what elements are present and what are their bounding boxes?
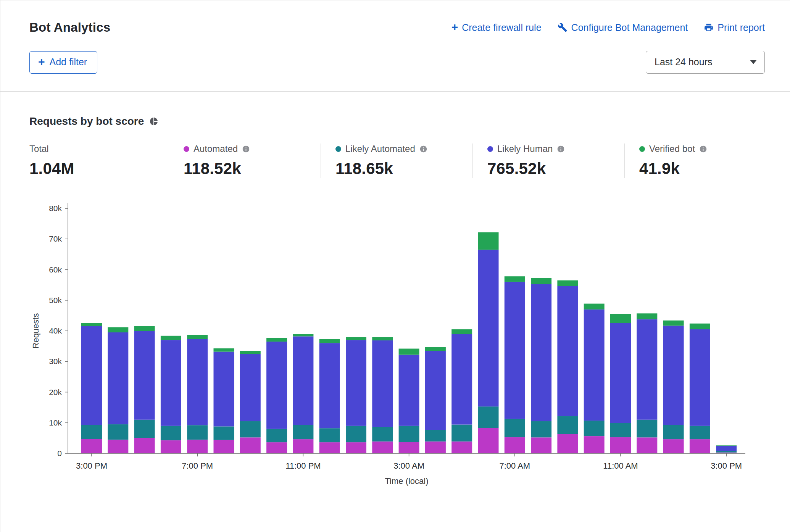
create-firewall-rule-link[interactable]: + Create firewall rule bbox=[451, 22, 542, 33]
bar-segment[interactable] bbox=[425, 442, 446, 453]
bar-segment[interactable] bbox=[161, 426, 181, 440]
bar-segment[interactable] bbox=[663, 321, 684, 326]
bar-segment[interactable] bbox=[451, 334, 472, 425]
bar-segment[interactable] bbox=[214, 352, 234, 427]
bar-segment[interactable] bbox=[108, 327, 128, 332]
bar-segment[interactable] bbox=[690, 426, 710, 439]
info-icon[interactable] bbox=[242, 145, 250, 153]
bar-segment[interactable] bbox=[319, 339, 340, 343]
bar-segment[interactable] bbox=[478, 428, 499, 453]
bar-segment[interactable] bbox=[637, 313, 657, 319]
bar-segment[interactable] bbox=[293, 425, 313, 439]
bar-segment[interactable] bbox=[584, 310, 605, 421]
bar-segment[interactable] bbox=[266, 342, 287, 429]
bar-segment[interactable] bbox=[451, 329, 472, 334]
bar-segment[interactable] bbox=[161, 440, 181, 454]
bar-segment[interactable] bbox=[240, 421, 261, 438]
bar-segment[interactable] bbox=[451, 425, 472, 442]
bar-segment[interactable] bbox=[478, 232, 499, 250]
bar-segment[interactable] bbox=[531, 437, 551, 453]
bar-segment[interactable] bbox=[319, 442, 340, 453]
bar-segment[interactable] bbox=[214, 440, 234, 453]
bar-segment[interactable] bbox=[346, 340, 366, 426]
bar-segment[interactable] bbox=[108, 440, 128, 453]
configure-bot-management-link[interactable]: Configure Bot Management bbox=[558, 22, 688, 33]
bar-segment[interactable] bbox=[663, 439, 684, 453]
bar-segment[interactable] bbox=[531, 284, 551, 421]
bar-segment[interactable] bbox=[346, 426, 366, 442]
bar-segment[interactable] bbox=[187, 335, 208, 339]
bar-segment[interactable] bbox=[372, 337, 393, 340]
bar-segment[interactable] bbox=[478, 250, 499, 406]
info-icon[interactable] bbox=[557, 145, 565, 153]
bar-segment[interactable] bbox=[81, 425, 102, 439]
bar-segment[interactable] bbox=[399, 442, 419, 453]
bar-segment[interactable] bbox=[81, 323, 102, 326]
bar-segment[interactable] bbox=[81, 326, 102, 425]
info-icon[interactable] bbox=[419, 145, 427, 153]
bar-segment[interactable] bbox=[399, 355, 419, 426]
bar-segment[interactable] bbox=[663, 425, 684, 439]
bar-segment[interactable] bbox=[134, 326, 155, 331]
bar-segment[interactable] bbox=[134, 438, 155, 453]
bar-segment[interactable] bbox=[293, 334, 313, 336]
bar-segment[interactable] bbox=[319, 428, 340, 442]
bar-segment[interactable] bbox=[610, 423, 631, 437]
bar-segment[interactable] bbox=[505, 282, 525, 419]
bar-segment[interactable] bbox=[716, 446, 737, 451]
bar-segment[interactable] bbox=[108, 424, 128, 440]
bar-segment[interactable] bbox=[214, 348, 234, 352]
bar-segment[interactable] bbox=[478, 406, 499, 428]
bar-segment[interactable] bbox=[505, 419, 525, 437]
bar-segment[interactable] bbox=[266, 338, 287, 342]
bar-segment[interactable] bbox=[187, 440, 208, 453]
bar-segment[interactable] bbox=[293, 336, 313, 425]
bar-segment[interactable] bbox=[610, 323, 631, 423]
print-report-link[interactable]: Print report bbox=[704, 22, 765, 33]
bar-segment[interactable] bbox=[161, 340, 181, 426]
bar-segment[interactable] bbox=[266, 429, 287, 442]
bar-segment[interactable] bbox=[690, 329, 710, 426]
info-icon[interactable] bbox=[699, 145, 707, 153]
bar-segment[interactable] bbox=[293, 439, 313, 453]
bar-segment[interactable] bbox=[108, 332, 128, 424]
bar-segment[interactable] bbox=[372, 427, 393, 442]
bar-segment[interactable] bbox=[663, 326, 684, 425]
bar-segment[interactable] bbox=[346, 442, 366, 453]
bar-segment[interactable] bbox=[531, 278, 551, 284]
bar-segment[interactable] bbox=[81, 439, 102, 453]
bar-segment[interactable] bbox=[584, 304, 605, 310]
bar-segment[interactable] bbox=[557, 286, 578, 416]
bar-segment[interactable] bbox=[240, 437, 261, 453]
bar-segment[interactable] bbox=[134, 331, 155, 420]
bar-segment[interactable] bbox=[584, 436, 605, 453]
bar-segment[interactable] bbox=[399, 426, 419, 442]
bar-segment[interactable] bbox=[505, 437, 525, 454]
bar-segment[interactable] bbox=[610, 437, 631, 454]
bar-segment[interactable] bbox=[346, 337, 366, 340]
bar-segment[interactable] bbox=[690, 324, 710, 329]
bar-segment[interactable] bbox=[266, 442, 287, 453]
bar-segment[interactable] bbox=[240, 351, 261, 354]
bar-segment[interactable] bbox=[240, 354, 261, 421]
bar-segment[interactable] bbox=[637, 420, 657, 438]
bar-segment[interactable] bbox=[557, 434, 578, 453]
bar-segment[interactable] bbox=[716, 445, 737, 446]
bar-segment[interactable] bbox=[161, 336, 181, 340]
time-range-select[interactable]: Last 24 hours bbox=[646, 51, 765, 74]
bar-segment[interactable] bbox=[637, 437, 657, 453]
bar-segment[interactable] bbox=[134, 420, 155, 438]
bar-segment[interactable] bbox=[451, 442, 472, 453]
bar-segment[interactable] bbox=[372, 442, 393, 453]
bar-segment[interactable] bbox=[187, 339, 208, 425]
bar-segment[interactable] bbox=[425, 347, 446, 351]
bar-segment[interactable] bbox=[610, 314, 631, 323]
bar-segment[interactable] bbox=[187, 425, 208, 440]
bar-segment[interactable] bbox=[637, 319, 657, 420]
bar-segment[interactable] bbox=[557, 281, 578, 286]
requests-chart[interactable]: 010k20k30k40k50k60k70k80k3:00 PM7:00 PM1… bbox=[0, 195, 790, 490]
add-filter-button[interactable]: + Add filter bbox=[29, 51, 97, 74]
bar-segment[interactable] bbox=[505, 276, 525, 282]
bar-segment[interactable] bbox=[399, 349, 419, 355]
bar-segment[interactable] bbox=[319, 343, 340, 428]
